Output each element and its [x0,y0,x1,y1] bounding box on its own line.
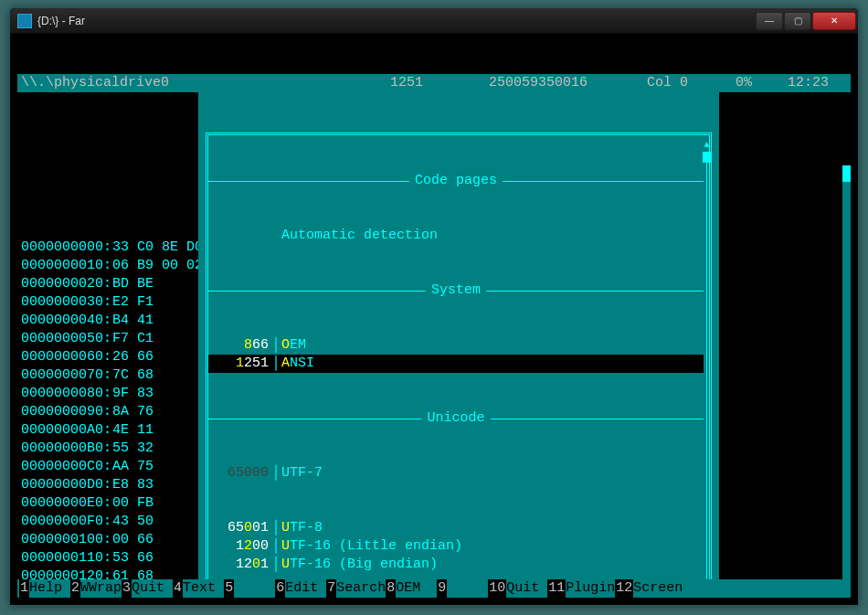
keybar-item[interactable]: 10Quit [488,579,547,598]
codepage-item[interactable]: 866│OEM [208,336,704,355]
status-codepage: 1251 [350,74,423,92]
keybar-item[interactable]: 7Search [326,579,386,598]
status-time: 12:23 [752,74,847,92]
keybar-item[interactable]: 12Screen [615,579,683,598]
minimize-button[interactable]: — [756,12,783,30]
section-system: System [208,281,704,300]
app-icon [17,14,32,28]
app-window: {D:\} - Far — ▢ ✕ \\.\physicaldrive0 125… [9,7,859,606]
codepage-item: 65000│ UTF-7 [208,464,704,482]
codepage-item[interactable]: 1201│UTF-16 (Big endian) [208,556,704,574]
scrollbar-thumb[interactable] [842,165,851,182]
console: \\.\physicaldrive0 1251 250059350016 Col… [17,37,851,598]
keybar-item[interactable]: 2WWrap [70,579,122,598]
close-button[interactable]: ✕ [812,12,856,30]
section-unicode: Unicode [208,409,704,428]
keybar-item[interactable]: 8OEM [386,579,437,598]
status-percent: 0% [688,74,752,92]
dialog-scrollbar[interactable]: ▲ ▼ [703,152,711,598]
keybar-item[interactable]: 5 [224,579,275,598]
status-bar: \\.\physicaldrive0 1251 250059350016 Col… [17,74,851,92]
status-size: 250059350016 [423,74,587,92]
status-path: \\.\physicaldrive0 [21,74,350,92]
keybar-item[interactable]: 9 [437,579,488,598]
keybar-item[interactable]: 1Help [19,579,70,598]
codepage-item[interactable]: 1200│UTF-16 (Little endian) [208,537,704,556]
keybar-item[interactable]: 4Text [173,579,224,598]
scrollbar[interactable] [842,165,851,598]
auto-detection-item[interactable]: Automatic detection [208,227,704,245]
codepage-item[interactable]: 1251│ANSI [208,355,704,373]
maximize-button[interactable]: ▢ [784,12,811,30]
window-title: {D:\} - Far [37,15,755,27]
dialog-scrollbar-thumb[interactable] [703,152,711,163]
status-col: Col 0 [587,74,688,92]
keybar-item[interactable]: 3Quit [122,579,173,598]
keybar-item[interactable]: 11Plugin [547,579,615,598]
codepage-item[interactable]: 65001│UTF-8 [208,519,704,537]
keybar: 1Help 2WWrap3Quit 4Text 5 6Edit 7Search8… [17,579,851,598]
codepage-dialog: Code pages Automatic detection System 86… [198,92,719,598]
dialog-title: Code pages [208,172,704,190]
titlebar[interactable]: {D:\} - Far — ▢ ✕ [10,8,858,34]
chevron-up-icon[interactable]: ▲ [703,141,711,150]
keybar-item[interactable]: 6Edit [275,579,326,598]
